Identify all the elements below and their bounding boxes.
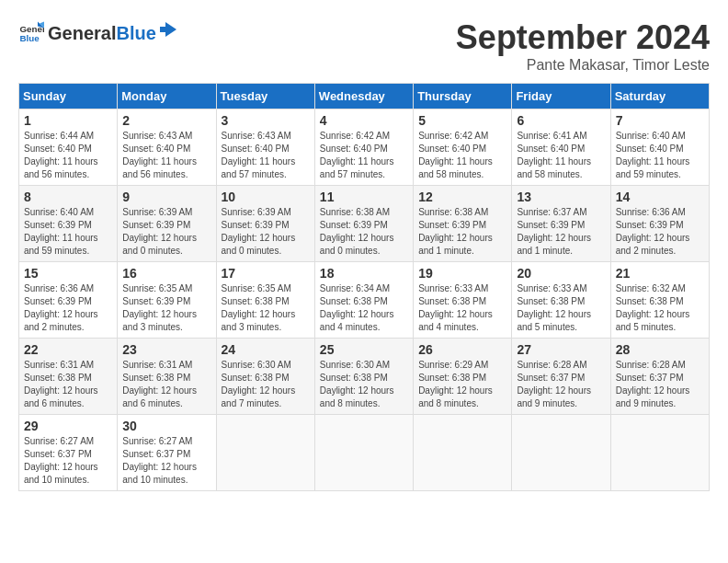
column-header-thursday: Thursday: [414, 84, 512, 109]
day-info: Sunrise: 6:31 AMSunset: 6:38 PMDaylight:…: [24, 359, 112, 410]
calendar-day-cell: 7Sunrise: 6:40 AMSunset: 6:40 PMDaylight…: [610, 109, 709, 186]
calendar-day-cell: [414, 415, 512, 491]
logo-arrow-icon: [158, 19, 178, 40]
column-header-wednesday: Wednesday: [314, 84, 413, 109]
title-area: September 2024 Pante Makasar, Timor Lest…: [456, 18, 710, 74]
day-number: 26: [418, 342, 506, 357]
day-number: 1: [24, 113, 112, 128]
day-info: Sunrise: 6:40 AMSunset: 6:39 PMDaylight:…: [24, 206, 112, 258]
calendar-day-cell: [512, 415, 610, 491]
day-number: 17: [222, 266, 310, 281]
logo-icon: General Blue: [18, 18, 44, 44]
day-number: 7: [616, 113, 704, 128]
calendar-day-cell: 30Sunrise: 6:27 AMSunset: 6:37 PMDayligh…: [118, 415, 216, 491]
calendar-day-cell: 16Sunrise: 6:35 AMSunset: 6:39 PMDayligh…: [118, 262, 216, 339]
calendar-day-cell: 28Sunrise: 6:28 AMSunset: 6:37 PMDayligh…: [610, 339, 709, 415]
calendar-week-row: 29Sunrise: 6:27 AMSunset: 6:37 PMDayligh…: [19, 415, 710, 491]
calendar-header-row: SundayMondayTuesdayWednesdayThursdayFrid…: [19, 84, 710, 109]
day-number: 22: [24, 342, 112, 357]
day-info: Sunrise: 6:37 AMSunset: 6:39 PMDaylight:…: [517, 206, 605, 258]
day-info: Sunrise: 6:29 AMSunset: 6:38 PMDaylight:…: [418, 359, 506, 410]
day-info: Sunrise: 6:42 AMSunset: 6:40 PMDaylight:…: [320, 130, 408, 181]
day-number: 11: [320, 190, 408, 204]
calendar-day-cell: 23Sunrise: 6:31 AMSunset: 6:38 PMDayligh…: [118, 339, 216, 415]
logo-blue: Blue: [116, 23, 155, 44]
day-info: Sunrise: 6:38 AMSunset: 6:39 PMDaylight:…: [320, 206, 408, 258]
day-info: Sunrise: 6:28 AMSunset: 6:37 PMDaylight:…: [616, 359, 704, 410]
day-number: 13: [517, 190, 605, 204]
column-header-monday: Monday: [118, 84, 216, 109]
day-number: 19: [418, 266, 506, 281]
day-info: Sunrise: 6:33 AMSunset: 6:38 PMDaylight:…: [418, 282, 506, 334]
calendar-day-cell: 29Sunrise: 6:27 AMSunset: 6:37 PMDayligh…: [19, 415, 118, 491]
day-number: 27: [517, 342, 605, 357]
day-number: 24: [222, 342, 310, 357]
calendar-day-cell: 19Sunrise: 6:33 AMSunset: 6:38 PMDayligh…: [414, 262, 512, 339]
calendar-day-cell: 2Sunrise: 6:43 AMSunset: 6:40 PMDaylight…: [118, 109, 216, 186]
column-header-sunday: Sunday: [19, 84, 118, 109]
day-number: 29: [24, 419, 112, 433]
day-info: Sunrise: 6:36 AMSunset: 6:39 PMDaylight:…: [616, 206, 704, 258]
day-info: Sunrise: 6:27 AMSunset: 6:37 PMDaylight:…: [24, 435, 112, 487]
calendar-day-cell: 4Sunrise: 6:42 AMSunset: 6:40 PMDaylight…: [314, 109, 413, 186]
day-number: 4: [320, 113, 408, 128]
month-title: September 2024: [456, 18, 710, 57]
calendar-day-cell: 8Sunrise: 6:40 AMSunset: 6:39 PMDaylight…: [19, 186, 118, 262]
day-info: Sunrise: 6:38 AMSunset: 6:39 PMDaylight:…: [418, 206, 506, 258]
calendar-day-cell: 5Sunrise: 6:42 AMSunset: 6:40 PMDaylight…: [414, 109, 512, 186]
calendar-day-cell: 24Sunrise: 6:30 AMSunset: 6:38 PMDayligh…: [216, 339, 314, 415]
calendar-day-cell: [610, 415, 709, 491]
day-number: 20: [517, 266, 605, 281]
calendar-week-row: 22Sunrise: 6:31 AMSunset: 6:38 PMDayligh…: [19, 339, 710, 415]
day-number: 23: [122, 342, 210, 357]
calendar-table: SundayMondayTuesdayWednesdayThursdayFrid…: [18, 83, 710, 491]
calendar-day-cell: 13Sunrise: 6:37 AMSunset: 6:39 PMDayligh…: [512, 186, 610, 262]
day-info: Sunrise: 6:28 AMSunset: 6:37 PMDaylight:…: [517, 359, 605, 410]
day-info: Sunrise: 6:30 AMSunset: 6:38 PMDaylight:…: [222, 359, 310, 410]
page-header: General Blue General Blue September 2024…: [18, 18, 710, 74]
day-number: 5: [418, 113, 506, 128]
svg-text:Blue: Blue: [19, 33, 40, 43]
day-info: Sunrise: 6:30 AMSunset: 6:38 PMDaylight:…: [320, 359, 408, 410]
column-header-friday: Friday: [512, 84, 610, 109]
calendar-day-cell: 1Sunrise: 6:44 AMSunset: 6:40 PMDaylight…: [19, 109, 118, 186]
calendar-day-cell: 9Sunrise: 6:39 AMSunset: 6:39 PMDaylight…: [118, 186, 216, 262]
calendar-week-row: 15Sunrise: 6:36 AMSunset: 6:39 PMDayligh…: [19, 262, 710, 339]
calendar-week-row: 1Sunrise: 6:44 AMSunset: 6:40 PMDaylight…: [19, 109, 710, 186]
svg-marker-4: [160, 22, 176, 37]
calendar-week-row: 8Sunrise: 6:40 AMSunset: 6:39 PMDaylight…: [19, 186, 710, 262]
calendar-day-cell: 15Sunrise: 6:36 AMSunset: 6:39 PMDayligh…: [19, 262, 118, 339]
day-number: 9: [122, 190, 210, 204]
calendar-day-cell: 25Sunrise: 6:30 AMSunset: 6:38 PMDayligh…: [314, 339, 413, 415]
day-info: Sunrise: 6:43 AMSunset: 6:40 PMDaylight:…: [222, 130, 310, 181]
day-info: Sunrise: 6:41 AMSunset: 6:40 PMDaylight:…: [517, 130, 605, 181]
logo-general: General: [48, 23, 116, 44]
day-number: 3: [222, 113, 310, 128]
calendar-day-cell: 20Sunrise: 6:33 AMSunset: 6:38 PMDayligh…: [512, 262, 610, 339]
column-header-tuesday: Tuesday: [216, 84, 314, 109]
day-info: Sunrise: 6:35 AMSunset: 6:38 PMDaylight:…: [222, 282, 310, 334]
day-info: Sunrise: 6:40 AMSunset: 6:40 PMDaylight:…: [616, 130, 704, 181]
day-info: Sunrise: 6:35 AMSunset: 6:39 PMDaylight:…: [122, 282, 210, 334]
day-number: 2: [122, 113, 210, 128]
day-number: 8: [24, 190, 112, 204]
day-info: Sunrise: 6:36 AMSunset: 6:39 PMDaylight:…: [24, 282, 112, 334]
column-header-saturday: Saturday: [610, 84, 709, 109]
day-number: 14: [616, 190, 704, 204]
calendar-day-cell: 11Sunrise: 6:38 AMSunset: 6:39 PMDayligh…: [314, 186, 413, 262]
day-info: Sunrise: 6:39 AMSunset: 6:39 PMDaylight:…: [222, 206, 310, 258]
day-info: Sunrise: 6:31 AMSunset: 6:38 PMDaylight:…: [122, 359, 210, 410]
calendar-day-cell: 26Sunrise: 6:29 AMSunset: 6:38 PMDayligh…: [414, 339, 512, 415]
day-info: Sunrise: 6:44 AMSunset: 6:40 PMDaylight:…: [24, 130, 112, 181]
location-subtitle: Pante Makasar, Timor Leste: [456, 57, 710, 74]
day-number: 28: [616, 342, 704, 357]
day-number: 25: [320, 342, 408, 357]
day-number: 16: [122, 266, 210, 281]
calendar-day-cell: [314, 415, 413, 491]
calendar-day-cell: 18Sunrise: 6:34 AMSunset: 6:38 PMDayligh…: [314, 262, 413, 339]
day-info: Sunrise: 6:33 AMSunset: 6:38 PMDaylight:…: [517, 282, 605, 334]
calendar-day-cell: 14Sunrise: 6:36 AMSunset: 6:39 PMDayligh…: [610, 186, 709, 262]
day-number: 18: [320, 266, 408, 281]
day-info: Sunrise: 6:39 AMSunset: 6:39 PMDaylight:…: [122, 206, 210, 258]
logo: General Blue General Blue: [18, 18, 178, 44]
